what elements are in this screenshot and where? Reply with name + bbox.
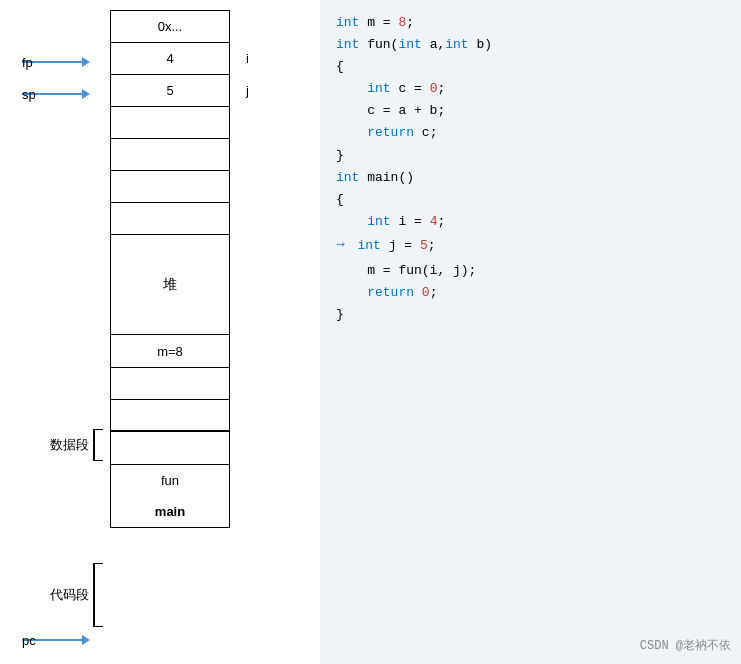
pc-arrow-head [82,635,90,645]
mem-cell-empty-8 [110,367,230,399]
mem-cell-empty-5 [110,170,230,202]
code-line-8: int main() [336,167,725,189]
var-label-j: j [246,83,249,98]
kw-int-2: int [336,34,359,56]
kw-return-2: return [367,282,414,304]
code-line-10: int i = 4; [336,211,725,233]
cell-label-0x: 0x... [158,19,183,34]
var-label-i: i [246,51,249,66]
pc-label: pc [22,633,36,648]
mem-cell-m: m=8 [110,335,230,367]
code-line-2: int fun(int a,int b) [336,34,725,56]
code-line-9: { [336,189,725,211]
sp-pointer: sp [22,89,90,99]
cell-label-j: 5 [166,83,173,98]
code-line-3: { [336,56,725,78]
mem-cell-i: 4 i [110,42,230,74]
memory-section: 0x... 4 i 5 j 堆 [0,0,320,664]
code-bracket-left [93,564,95,625]
mem-cell-0x: 0x... [110,10,230,42]
main-container: 0x... 4 i 5 j 堆 [0,0,741,664]
data-segment-bracket: 数据段 [50,429,103,461]
num-8: 8 [398,12,406,34]
kw-return-1: return [367,122,414,144]
mem-cell-empty-4 [110,138,230,170]
fp-arrow-head [82,57,90,67]
mem-cell-main: main [110,496,230,528]
mem-cell-empty-9 [110,399,230,431]
code-segment-bracket: 代码段 [50,563,103,627]
fp-label: fp [22,55,33,70]
sp-arrow-head [82,89,90,99]
bracket-bottom [93,460,103,461]
mem-cell-empty-3 [110,106,230,138]
kw-int-5: int [367,78,390,100]
sp-label: sp [22,87,36,102]
execution-arrow: ➙ [336,233,346,260]
cell-label-m: m=8 [157,344,183,359]
code-section: int m = 8; int fun(int a,int b) { int c … [320,0,741,664]
code-bracket-line [93,563,103,627]
mem-cell-empty-6 [110,202,230,234]
cell-label-i: 4 [166,51,173,66]
mem-cell-heap: 堆 [110,234,230,334]
memory-stack: 0x... 4 i 5 j 堆 [110,10,230,528]
num-0: 0 [430,78,438,100]
code-line-13: return 0; [336,282,725,304]
mem-cell-j: 5 j [110,74,230,106]
fp-pointer: fp [22,57,90,67]
cell-label-fun: fun [161,473,179,488]
code-bracket-top [93,563,103,564]
bracket-top [93,429,103,430]
watermark: CSDN @老衲不依 [640,636,731,656]
num-4: 4 [430,211,438,233]
code-bracket-bottom [93,626,103,627]
kw-int-main: int [336,167,359,189]
code-line-14: } [336,304,725,326]
code-line-6: return c; [336,122,725,144]
code-line-12: m = fun(i, j); [336,260,725,282]
cell-label-main: main [155,504,185,519]
bracket-left [93,430,95,459]
code-line-11: ➙ int j = 5; [336,233,725,260]
mem-cell-empty-10 [110,432,230,464]
data-bracket-line [93,429,103,461]
data-segment-label: 数据段 [50,436,89,454]
kw-int-i: int [367,211,390,233]
code-line-1: int m = 8; [336,12,725,34]
kw-int-3: int [398,34,421,56]
code-segment-label: 代码段 [50,586,89,604]
kw-int-4: int [445,34,468,56]
kw-int-j: int [357,235,380,257]
pc-pointer: pc [22,635,90,645]
code-line-5: c = a + b; [336,100,725,122]
code-line-4: int c = 0; [336,78,725,100]
code-text-1: m = [359,12,398,34]
kw-int-1: int [336,12,359,34]
num-0-main: 0 [422,282,430,304]
mem-cell-fun: fun [110,464,230,496]
num-5: 5 [420,235,428,257]
code-line-7: } [336,145,725,167]
heap-label: 堆 [163,276,177,294]
